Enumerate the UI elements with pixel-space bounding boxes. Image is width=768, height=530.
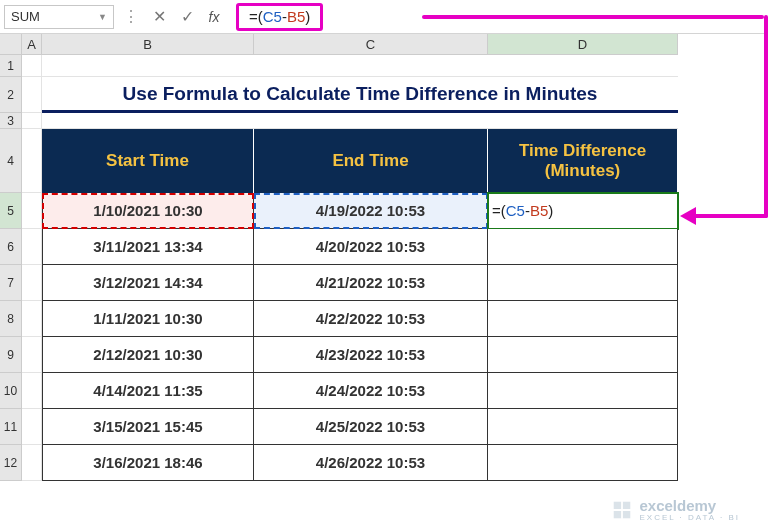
cell-range-B1D1[interactable]: [42, 55, 678, 77]
cell-A12[interactable]: [22, 445, 42, 481]
spreadsheet-grid: 1 2 Use Formula to Calculate Time Differ…: [0, 55, 768, 481]
row-header-8[interactable]: 8: [0, 301, 22, 337]
col-header-D[interactable]: D: [488, 34, 678, 55]
cell-D6[interactable]: [488, 229, 678, 265]
cell-A11[interactable]: [22, 409, 42, 445]
cell-B6[interactable]: 3/11/2021 13:34: [42, 229, 254, 265]
cell-A5[interactable]: [22, 193, 42, 229]
column-headers: A B C D: [0, 34, 768, 55]
watermark: exceldemy EXCEL · DATA · BI: [611, 497, 740, 522]
row-header-11[interactable]: 11: [0, 409, 22, 445]
row-header-5[interactable]: 5: [0, 193, 22, 229]
cell-A3[interactable]: [22, 113, 42, 129]
cell-C12[interactable]: 4/26/2022 10:53: [254, 445, 488, 481]
chevron-down-icon[interactable]: ▼: [98, 12, 107, 22]
row-header-2[interactable]: 2: [0, 77, 22, 113]
row-header-3[interactable]: 3: [0, 113, 22, 129]
cancel-icon[interactable]: ✕: [148, 6, 170, 28]
cell-C8[interactable]: 4/22/2022 10:53: [254, 301, 488, 337]
enter-icon[interactable]: ✓: [176, 6, 198, 28]
th-start-time[interactable]: Start Time: [42, 129, 254, 193]
col-header-B[interactable]: B: [42, 34, 254, 55]
cell-C9[interactable]: 4/23/2022 10:53: [254, 337, 488, 373]
cell-A10[interactable]: [22, 373, 42, 409]
cell-A4[interactable]: [22, 129, 42, 193]
cell-C6[interactable]: 4/20/2022 10:53: [254, 229, 488, 265]
cell-B7[interactable]: 3/12/2021 14:34: [42, 265, 254, 301]
row-header-7[interactable]: 7: [0, 265, 22, 301]
cell-D8[interactable]: [488, 301, 678, 337]
watermark-brand: exceldemy: [639, 497, 716, 514]
cell-D10[interactable]: [488, 373, 678, 409]
formula-input[interactable]: =(C5-B5): [236, 3, 323, 31]
cell-C11[interactable]: 4/25/2022 10:53: [254, 409, 488, 445]
cell-B8[interactable]: 1/11/2021 10:30: [42, 301, 254, 337]
cell-A2[interactable]: [22, 77, 42, 113]
col-header-A[interactable]: A: [22, 34, 42, 55]
cell-range-B3D3[interactable]: [42, 113, 678, 129]
cell-C10[interactable]: 4/24/2022 10:53: [254, 373, 488, 409]
watermark-sub: EXCEL · DATA · BI: [639, 514, 740, 522]
row-header-9[interactable]: 9: [0, 337, 22, 373]
cell-A6[interactable]: [22, 229, 42, 265]
fx-icon[interactable]: fx: [204, 6, 226, 28]
dropdown-icon[interactable]: ⋮: [120, 6, 142, 28]
cell-B5[interactable]: 1/10/2021 10:30: [42, 193, 254, 229]
cell-D12[interactable]: [488, 445, 678, 481]
th-end-time[interactable]: End Time: [254, 129, 488, 193]
page-title[interactable]: Use Formula to Calculate Time Difference…: [42, 77, 678, 113]
formula-text: =(: [249, 8, 263, 25]
row-header-6[interactable]: 6: [0, 229, 22, 265]
col-header-C[interactable]: C: [254, 34, 488, 55]
row-header-1[interactable]: 1: [0, 55, 22, 77]
row-header-12[interactable]: 12: [0, 445, 22, 481]
cell-A8[interactable]: [22, 301, 42, 337]
cell-D11[interactable]: [488, 409, 678, 445]
logo-icon: [611, 499, 633, 521]
cell-D7[interactable]: [488, 265, 678, 301]
cell-B11[interactable]: 3/15/2021 15:45: [42, 409, 254, 445]
cell-B9[interactable]: 2/12/2021 10:30: [42, 337, 254, 373]
cell-C5[interactable]: 4/19/2022 10:53: [254, 193, 488, 229]
cell-D5[interactable]: =(C5-B5): [488, 193, 678, 229]
cell-D9[interactable]: [488, 337, 678, 373]
name-box-value: SUM: [11, 9, 40, 24]
cell-B12[interactable]: 3/16/2021 18:46: [42, 445, 254, 481]
th-time-diff[interactable]: Time Difference (Minutes): [488, 129, 678, 193]
callout-connector: [422, 15, 764, 19]
row-header-10[interactable]: 10: [0, 373, 22, 409]
cell-C7[interactable]: 4/21/2022 10:53: [254, 265, 488, 301]
row-header-4[interactable]: 4: [0, 129, 22, 193]
cell-B10[interactable]: 4/14/2021 11:35: [42, 373, 254, 409]
cell-A1[interactable]: [22, 55, 42, 77]
cell-A7[interactable]: [22, 265, 42, 301]
name-box[interactable]: SUM ▼: [4, 5, 114, 29]
cell-A9[interactable]: [22, 337, 42, 373]
select-all-corner[interactable]: [0, 34, 22, 55]
